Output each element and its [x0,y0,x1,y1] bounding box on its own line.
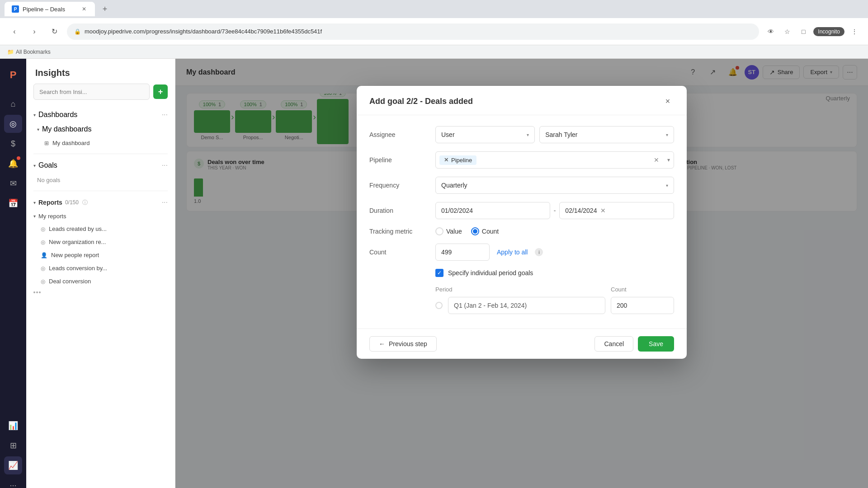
report-item-new-people[interactable]: 👤 New people report [26,249,175,262]
sidebar-icon-grid[interactable]: ⊞ [4,436,22,455]
frequency-select[interactable]: Quarterly ▾ [435,177,674,194]
refresh-button[interactable]: ↻ [47,24,61,39]
modal-close-button[interactable]: × [661,95,674,108]
count-header-label: Count [611,286,627,293]
incognito-badge: Incognito [813,27,844,36]
menu-icon[interactable]: ⋮ [848,25,861,38]
count-value: 499 [441,249,452,256]
notification-dot [17,156,20,160]
new-tab-button[interactable]: + [99,3,111,15]
new-people-icon: 👤 [41,252,47,258]
duration-label: Duration [369,207,428,214]
new-org-text: New organization re... [49,239,106,245]
star-icon[interactable]: ☆ [781,25,793,38]
reports-info-icon: ⓘ [82,199,88,206]
profile-icon[interactable]: □ [797,25,810,38]
tracking-count-option[interactable]: Count [471,227,499,235]
tracking-radio-group: Value Count [435,227,499,235]
period-q1-radio[interactable] [435,302,443,309]
my-reports-chevron-icon: ▾ [33,214,36,219]
modal-header: Add goal 2/2 - Deals added × [357,86,687,115]
tracking-count-label: Count [482,228,499,235]
date-separator: - [554,207,556,214]
app-logo[interactable]: P [4,66,22,84]
eye-slash-icon[interactable]: 👁 [764,25,777,38]
count-input[interactable]: 499 [435,244,490,261]
period-q1-count-value: 200 [617,302,627,309]
sidebar-icon-home[interactable]: ⌂ [4,95,22,113]
deal-conversion-icon: ◎ [41,278,45,285]
sidebar-icon-more[interactable]: ··· [4,476,22,488]
sidebar-icon-chart[interactable]: 📊 [4,417,22,435]
assignee-value-select[interactable]: Sarah Tyler ▾ [539,126,674,143]
period-q1-input[interactable]: Q1 (Jan 2 - Feb 14, 2024) [448,297,605,314]
browser-tab[interactable]: P Pipeline – Deals ✕ [5,2,95,16]
assignee-value-chevron-icon: ▾ [666,132,668,137]
tracking-label: Tracking metric [369,228,428,235]
goals-dots-icon[interactable]: ··· [162,161,168,169]
date-range: 01/02/2024 - 02/14/2024 ✕ [435,202,674,219]
previous-step-button[interactable]: ← Previous step [369,336,437,352]
apply-to-all-link[interactable]: Apply to all [497,249,528,256]
address-bar[interactable]: 🔒 moodjoy.pipedrive.com/progress/insight… [67,23,759,40]
back-button[interactable]: ‹ [7,24,22,39]
period-q1-row: Q1 (Jan 2 - Feb 14, 2024) 200 [435,297,674,314]
duration-start-input[interactable]: 01/02/2024 [435,202,550,219]
tab-close-icon[interactable]: ✕ [80,5,88,13]
sidebar-item-my-dashboard[interactable]: ⊞ My dashboard [30,136,175,150]
add-goal-modal: Add goal 2/2 - Deals added × Assignee Us… [357,86,687,359]
specify-periods-checkbox[interactable]: ✓ [435,269,443,277]
my-reports-label: My reports [38,213,66,220]
report-item-deal-conversion[interactable]: ◎ Deal conversion [26,275,175,288]
assignee-row: Assignee User ▾ Sarah Tyler ▾ [369,126,674,143]
sidebar-icon-bell[interactable]: 🔔 [4,155,22,173]
new-people-text: New people report [51,252,99,258]
dashboards-section-header[interactable]: ▾ Dashboards ··· [26,107,175,122]
sidebar-icon-target[interactable]: ◎ [4,115,22,133]
forward-button[interactable]: › [27,24,42,39]
sidebar-search-input[interactable] [33,84,150,100]
cancel-button[interactable]: Cancel [594,336,633,352]
dashboards-dots-icon[interactable]: ··· [162,111,168,119]
tracking-value-option[interactable]: Value [435,227,462,235]
report-item-leads-created[interactable]: ◎ Leads created by us... [26,222,175,235]
reports-section-header[interactable]: ▾ Reports 0/150 ⓘ ··· [26,195,175,210]
reports-dots-icon[interactable]: ··· [162,198,168,206]
reports-count: 0/150 [65,199,79,206]
pipeline-clear-icon[interactable]: ✕ [652,155,661,165]
frequency-value: Quarterly [441,182,467,189]
pipeline-dropdown-chevron-icon[interactable]: ▾ [667,157,670,163]
checkbox-check-icon: ✓ [437,270,442,276]
more-items-dots[interactable] [26,288,175,297]
my-dashboards-header[interactable]: ▾ My dashboards [30,122,175,136]
period-q1-value: Q1 (Jan 2 - Feb 14, 2024) [454,302,527,309]
my-reports-toggle[interactable]: ▾ My reports [26,210,175,222]
tracking-value-label: Value [446,228,462,235]
duration-clear-icon[interactable]: ✕ [600,207,606,214]
my-dashboards-chevron-icon: ▾ [37,127,39,132]
period-q1-count-input[interactable]: 200 [611,297,674,314]
duration-end-input[interactable]: 02/14/2024 ✕ [559,202,674,219]
count-label: Count [369,249,428,256]
assignee-value-text: Sarah Tyler [545,131,577,138]
tracking-count-radio[interactable] [471,227,479,235]
assignee-label: Assignee [369,131,428,138]
sidebar-add-button[interactable]: + [153,84,168,99]
modal-body: Assignee User ▾ Sarah Tyler ▾ [357,115,687,328]
sidebar-icon-mail[interactable]: ✉ [4,174,22,192]
report-item-leads-conversion[interactable]: ◎ Leads conversion by... [26,262,175,275]
goals-section-header[interactable]: ▾ Goals ··· [26,158,175,173]
report-item-new-org[interactable]: ◎ New organization re... [26,235,175,249]
duration-row: Duration 01/02/2024 - 02/14/2024 ✕ [369,202,674,219]
sidebar-icon-calendar[interactable]: 📅 [4,194,22,212]
sidebar-icon-insights-active[interactable]: 📈 [4,456,22,474]
assignee-type-select[interactable]: User ▾ [435,126,535,143]
pipeline-tag-x-icon[interactable]: ✕ [444,157,448,163]
frequency-row: Frequency Quarterly ▾ [369,177,674,194]
apply-all-info-icon[interactable]: i [535,248,543,256]
modal-footer: ← Previous step Cancel Save [357,328,687,359]
save-button[interactable]: Save [638,336,674,352]
sidebar-icon-dollar[interactable]: $ [4,135,22,153]
pipeline-field[interactable]: ✕ Pipeline ✕ ▾ [435,151,674,169]
tracking-value-radio[interactable] [435,227,443,235]
